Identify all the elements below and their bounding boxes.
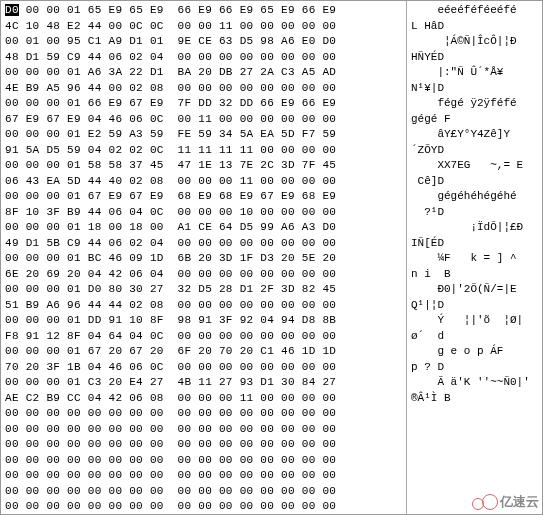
ascii-pane[interactable]: eéeéféféeéféL HâD ¦Á©Ñ|ÎcÔ|¦ÐHÑYÉD |:"Ñ …: [407, 1, 542, 514]
ascii-row[interactable]: [411, 484, 538, 500]
ascii-row[interactable]: âY£Y°Y4Zê]­Y: [411, 127, 538, 143]
hex-row[interactable]: 00 00 00 01 67 E9 67 E9 68 E9 68 E9 67 E…: [5, 189, 402, 205]
hex-row[interactable]: AE C2 B9 CC 04 42 06 08 00 00 00 11 00 0…: [5, 391, 402, 407]
ascii-row[interactable]: Ý ¦|'õ ¦Ø|: [411, 313, 538, 329]
hex-row[interactable]: 70 20 3F 1B 04 46 06 0C 00 00 00 00 00 0…: [5, 360, 402, 376]
ascii-row[interactable]: ¼F k = ] ^: [411, 251, 538, 267]
ascii-row[interactable]: g e o p ÁF: [411, 344, 538, 360]
hex-row[interactable]: D0 00 00 01 65 E9 65 E9 66 E9 66 E9 65 E…: [5, 3, 402, 19]
ascii-row[interactable]: Q¹|¦D: [411, 298, 538, 314]
ascii-row[interactable]: Ð0|'2Õ(Ñ/=|E: [411, 282, 538, 298]
hex-row[interactable]: 4C 10 48 E2 44 00 0C 0C 00 00 11 00 00 0…: [5, 19, 402, 35]
hex-row[interactable]: 00 00 00 01 DD 91 10 8F 98 91 3F 92 04 9…: [5, 313, 402, 329]
hex-row[interactable]: 00 00 00 00 00 00 00 00 00 00 00 00 00 0…: [5, 484, 402, 500]
ascii-row[interactable]: L HâD: [411, 19, 538, 35]
ascii-row[interactable]: gégéhéhégéhé: [411, 189, 538, 205]
hex-row[interactable]: 00 00 00 00 00 00 00 00 00 00 00 00 00 0…: [5, 437, 402, 453]
hex-row[interactable]: 00 00 00 00 00 00 00 00 00 00 00 00 00 0…: [5, 406, 402, 422]
ascii-row[interactable]: [411, 499, 538, 514]
hex-row[interactable]: 00 00 00 00 00 00 00 00 00 00 00 00 00 0…: [5, 422, 402, 438]
hex-row[interactable]: 00 00 00 01 A6 3A 22 D1 BA 20 DB 27 2A C…: [5, 65, 402, 81]
hex-row[interactable]: 06 43 EA 5D 44 40 02 08 00 00 00 11 00 0…: [5, 174, 402, 190]
ascii-row[interactable]: ?¹D: [411, 205, 538, 221]
ascii-row[interactable]: ¡ÏdÕ|¦£Ð: [411, 220, 538, 236]
hex-row[interactable]: 91 5A D5 59 04 02 02 0C 11 11 11 11 00 0…: [5, 143, 402, 159]
ascii-row[interactable]: n i B: [411, 267, 538, 283]
hex-row[interactable]: 51 B9 A6 96 44 44 02 08 00 00 00 00 00 0…: [5, 298, 402, 314]
hex-row[interactable]: 00 00 00 00 00 00 00 00 00 00 00 00 00 0…: [5, 453, 402, 469]
hex-row[interactable]: 67 E9 67 E9 04 46 06 0C 00 11 00 00 00 0…: [5, 112, 402, 128]
hex-row[interactable]: 49 D1 5B C9 44 06 02 04 00 00 00 00 00 0…: [5, 236, 402, 252]
ascii-row[interactable]: [411, 437, 538, 453]
ascii-row[interactable]: fégé ÿ2ÿféfé: [411, 96, 538, 112]
hex-row[interactable]: 00 00 00 01 C3 20 E4 27 4B 11 27 93 D1 3…: [5, 375, 402, 391]
hex-row[interactable]: 00 00 00 00 00 00 00 00 00 00 00 00 00 0…: [5, 499, 402, 514]
hex-row[interactable]: F8 91 12 8F 04 64 04 0C 00 00 00 00 00 0…: [5, 329, 402, 345]
ascii-row[interactable]: p ? D: [411, 360, 538, 376]
ascii-row[interactable]: N¹¥|D: [411, 81, 538, 97]
ascii-row[interactable]: eéeéféféeéfé: [411, 3, 538, 19]
selected-byte[interactable]: D0: [5, 4, 19, 16]
ascii-row[interactable]: Cê]D: [411, 174, 538, 190]
ascii-row[interactable]: ø´ d: [411, 329, 538, 345]
ascii-row[interactable]: IÑ[ÉD: [411, 236, 538, 252]
hex-row[interactable]: 00 00 00 01 18 00 18 00 A1 CE 64 D5 99 A…: [5, 220, 402, 236]
ascii-row[interactable]: ´ZÕYD: [411, 143, 538, 159]
hex-row[interactable]: 00 00 00 01 67 20 67 20 6F 20 70 20 C1 4…: [5, 344, 402, 360]
hex-row[interactable]: 00 01 00 95 C1 A9 D1 01 9E CE 63 D5 98 A…: [5, 34, 402, 50]
hex-row[interactable]: 48 D1 59 C9 44 06 02 04 00 00 00 00 00 0…: [5, 50, 402, 66]
ascii-row[interactable]: [411, 453, 538, 469]
ascii-row[interactable]: [411, 468, 538, 484]
hex-row[interactable]: 00 00 00 01 D0 80 30 27 32 D5 28 D1 2F 3…: [5, 282, 402, 298]
ascii-row[interactable]: gégé F: [411, 112, 538, 128]
ascii-row[interactable]: HÑYÉD: [411, 50, 538, 66]
hex-row[interactable]: 00 00 00 01 66 E9 67 E9 7F DD 32 DD 66 E…: [5, 96, 402, 112]
hex-row[interactable]: 00 00 00 01 58 58 37 45 47 1E 13 7E 2C 3…: [5, 158, 402, 174]
hex-row[interactable]: 00 00 00 01 E2 59 A3 59 FE 59 34 5A EA 5…: [5, 127, 402, 143]
hex-row[interactable]: 6E 20 69 20 04 42 06 04 00 00 00 00 00 0…: [5, 267, 402, 283]
ascii-row[interactable]: XX7EG ~,= E: [411, 158, 538, 174]
hex-row[interactable]: 4E B9 A5 96 44 00 02 08 00 00 00 00 00 0…: [5, 81, 402, 97]
hex-row[interactable]: 00 00 00 01 BC 46 09 1D 6B 20 3D 1F D3 2…: [5, 251, 402, 267]
ascii-row[interactable]: |:"Ñ Û´*Å¥­: [411, 65, 538, 81]
ascii-row[interactable]: ¦Á©Ñ|ÎcÔ|¦Ð: [411, 34, 538, 50]
hex-pane[interactable]: D0 00 00 01 65 E9 65 E9 66 E9 66 E9 65 E…: [1, 1, 407, 514]
ascii-row[interactable]: [411, 406, 538, 422]
ascii-row[interactable]: Ã ä'K ''~~Ñ0|': [411, 375, 538, 391]
ascii-row[interactable]: ®Â¹Ì B: [411, 391, 538, 407]
hex-row[interactable]: 00 00 00 00 00 00 00 00 00 00 00 00 00 0…: [5, 468, 402, 484]
ascii-row[interactable]: [411, 422, 538, 438]
hex-row[interactable]: 8F 10 3F B9 44 06 04 0C 00 00 00 10 00 0…: [5, 205, 402, 221]
hex-viewer: D0 00 00 01 65 E9 65 E9 66 E9 66 E9 65 E…: [0, 0, 543, 515]
